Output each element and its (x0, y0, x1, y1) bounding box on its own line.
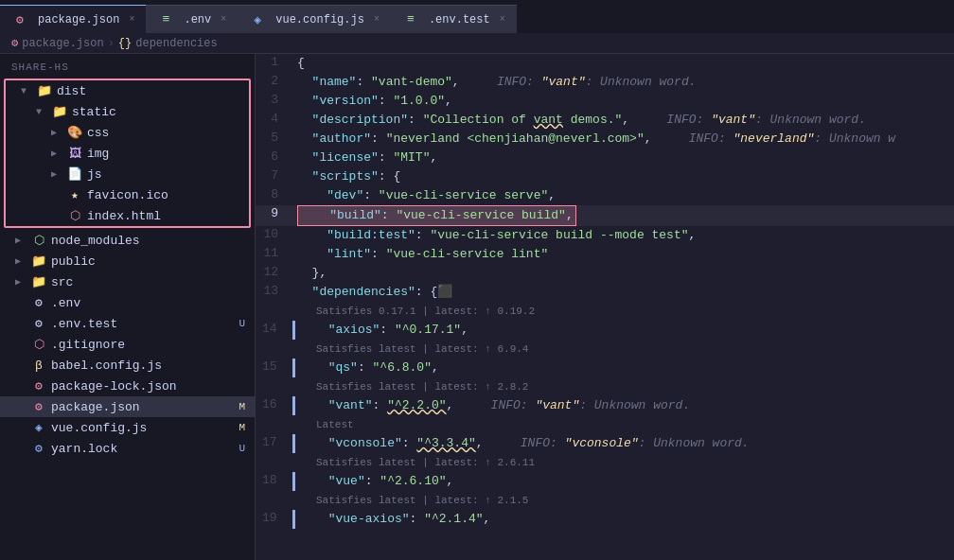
img-label: img (87, 147, 249, 161)
tab-env[interactable]: ≡ .env × (146, 5, 238, 33)
line-num-hint18 (256, 453, 293, 472)
envtest-file-icon: ⚙ (30, 316, 47, 331)
sidebar-item-gitignore[interactable]: ⬡ .gitignore (0, 334, 255, 355)
line-18: 18 "vue": "^2.6.10", (256, 472, 954, 491)
line-content-8: "dev": "vue-cli-service serve", (293, 186, 954, 205)
line-8: 8 "dev": "vue-cli-service serve", (256, 186, 954, 205)
line-content-14: "axios": "^0.17.1", (293, 321, 954, 340)
line-num-hint16 (256, 377, 293, 396)
pkglock-icon: ⚙ (30, 378, 47, 394)
code-area[interactable]: 1 { 2 "name": "vant-demo", INFO: "vant":… (256, 54, 954, 560)
line-content-10: "build:test": "vue-cli-service build --m… (293, 226, 954, 245)
sidebar-item-favicon[interactable]: ★ favicon.ico (6, 184, 249, 205)
sidebar-item-pkg-lock[interactable]: ⚙ package-lock.json (0, 376, 255, 396)
line-content-15: "qs": "^6.8.0", (293, 359, 954, 377)
envtest-file-label: .env.test (51, 317, 235, 331)
tab-close-pkg[interactable]: × (129, 14, 134, 25)
css-label: css (87, 126, 249, 140)
line-num-5: 5 (256, 130, 293, 149)
breadcrumb: ⚙ package.json › {} dependencies (0, 33, 954, 54)
sidebar: SHARE-HS 📁 dist 📁 static 🎨 css (0, 54, 256, 560)
line-content-18: "vue": "^2.6.10", (293, 472, 954, 491)
sidebar-item-vue-config[interactable]: ◈ vue.config.js M (0, 417, 255, 438)
line-num-12: 12 (256, 264, 293, 283)
sidebar-item-node-modules[interactable]: ⬡ node_modules (0, 230, 255, 251)
src-label: src (51, 275, 255, 289)
line-15: 15 "qs": "^6.8.0", (256, 359, 954, 377)
vue-icon: ◈ (249, 12, 266, 27)
line-num-15: 15 (256, 359, 293, 377)
babel-label: babel.config.js (51, 359, 255, 373)
breadcrumb-path: dependencies (135, 37, 217, 50)
breadcrumb-file: package.json (22, 37, 103, 50)
sidebar-item-yarn-lock[interactable]: ⚙ yarn.lock U (0, 438, 255, 459)
public-arrow (15, 255, 30, 267)
tab-label: package.json (38, 13, 119, 26)
sidebar-item-js[interactable]: 📄 js (6, 164, 249, 184)
img-arrow (51, 148, 66, 159)
yarn-icon: ⚙ (30, 441, 47, 456)
pkglock-label: package-lock.json (51, 379, 255, 394)
node-label: node_modules (51, 234, 255, 248)
env-file-icon: ⚙ (30, 295, 47, 310)
static-arrow (36, 107, 51, 117)
hint-content-18: Satisfies latest | latest: ↑ 2.6.11 (293, 453, 954, 472)
sidebar-item-env[interactable]: ⚙ .env (0, 292, 255, 313)
sidebar-item-img[interactable]: 🖼 img (6, 143, 249, 164)
favicon-icon: ★ (66, 187, 83, 202)
sidebar-item-indexhtml[interactable]: ⬡ index.html (6, 205, 249, 226)
tab-close-vue[interactable]: × (374, 14, 380, 25)
line-num-17: 17 (256, 434, 293, 453)
main-area: SHARE-HS 📁 dist 📁 static 🎨 css (0, 54, 954, 560)
line-13: 13 "dependencies": {⬛ (256, 283, 954, 302)
node-arrow (15, 235, 30, 246)
line-6: 6 "license": "MIT", (256, 149, 954, 167)
src-icon: 📁 (30, 274, 47, 289)
line-num-6: 6 (256, 149, 293, 167)
tab-close-env[interactable]: × (221, 14, 226, 25)
line-num-1: 1 (256, 54, 293, 73)
tab-label-envtest: .env.test (429, 13, 490, 26)
sidebar-item-css[interactable]: 🎨 css (6, 122, 249, 143)
pkgjson-icon: ⚙ (30, 399, 47, 414)
tab-close-envtest[interactable]: × (500, 14, 505, 25)
line-content-1: { (293, 54, 954, 73)
tab-package-json[interactable]: ⚙ package.json × (0, 5, 146, 33)
pkg-icon: ⚙ (11, 12, 28, 27)
sidebar-item-dist[interactable]: 📁 dist (6, 80, 249, 101)
sidebar-item-babel[interactable]: β babel.config.js (0, 355, 255, 376)
line-19: 19 "vue-axios": "^2.1.4", (256, 510, 954, 529)
sidebar-item-env-test[interactable]: ⚙ .env.test U (0, 313, 255, 334)
envtest-badge: U (235, 318, 249, 329)
sidebar-item-static[interactable]: 📁 static (6, 101, 249, 122)
line-num-16: 16 (256, 396, 293, 415)
sidebar-item-src[interactable]: 📁 src (0, 271, 255, 292)
env-label: .env (51, 296, 255, 310)
sidebar-header: SHARE-HS (0, 58, 255, 77)
line-num-10: 10 (256, 226, 293, 245)
vueconfig-icon: ◈ (30, 420, 47, 435)
src-arrow (15, 276, 30, 288)
indexhtml-label: index.html (87, 209, 249, 223)
line-17: 17 "vconsole": "^3.3.4", INFO: "vconsole… (256, 434, 954, 453)
line-4: 4 "description": "Collection of vant dem… (256, 111, 954, 130)
vueconfig-badge: M (235, 422, 249, 433)
sidebar-item-pkg-json[interactable]: ⚙ package.json M (0, 396, 255, 417)
tab-vue-config[interactable]: ◈ vue.config.js × (238, 5, 391, 33)
vueconfig-label: vue.config.js (51, 421, 235, 435)
line-content-16: "vant": "^2.2.0", INFO: "vant": Unknown … (293, 396, 954, 415)
line-9: 9 "build": "vue-cli-service build", (256, 205, 954, 226)
breadcrumb-sep: › (108, 37, 115, 50)
hint-content-19: Satisfies latest | latest: ↑ 2.1.5 (293, 491, 954, 510)
line-num-14: 14 (256, 321, 293, 340)
tab-env-test[interactable]: ≡ .env.test × (391, 5, 517, 33)
yarn-label: yarn.lock (51, 442, 235, 456)
sidebar-item-public[interactable]: 📁 public (0, 251, 255, 271)
line-num-2: 2 (256, 73, 293, 92)
line-14: 14 "axios": "^0.17.1", (256, 321, 954, 340)
line-num-13: 13 (256, 283, 293, 302)
public-label: public (51, 254, 255, 269)
folder-icon: 📁 (36, 83, 53, 98)
line-num-4: 4 (256, 111, 293, 130)
line-num-18: 18 (256, 472, 293, 491)
